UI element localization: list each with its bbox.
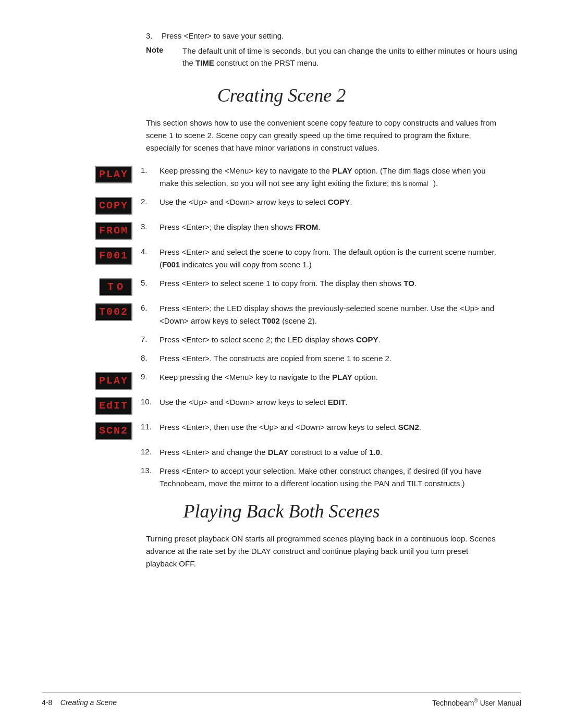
item-num: 3. bbox=[146, 31, 156, 40]
section1-title: Creating Scene 2 bbox=[42, 84, 521, 106]
step-text: Press <Enter>. The constructs are copied… bbox=[160, 352, 500, 365]
step-num: 12. bbox=[141, 446, 160, 456]
section2-intro: Turning preset playback ON starts all pr… bbox=[146, 533, 500, 570]
step-text: Press <Enter>, then use the <Up> and <Do… bbox=[160, 421, 500, 434]
step-row: 8. Press <Enter>. The constructs are cop… bbox=[83, 352, 500, 365]
step-row: 13. Press <Enter> to accept your selecti… bbox=[83, 465, 500, 490]
led-display-from: FROM bbox=[95, 222, 132, 240]
step-text: Use the <Up> and <Down> arrow keys to se… bbox=[160, 196, 500, 208]
footer-section: Creating a Scene bbox=[60, 698, 117, 707]
step-text: Press <Enter> to accept your selection. … bbox=[160, 465, 500, 490]
led-col: T002 bbox=[83, 302, 141, 321]
led-display-edit: EdIT bbox=[95, 397, 132, 415]
section1-intro: This section shows how to use the conven… bbox=[146, 117, 500, 154]
led-col: PLAY bbox=[83, 165, 141, 183]
footer-left: 4-8 Creating a Scene bbox=[42, 698, 117, 707]
item-text: Press <Enter> to save your setting. bbox=[162, 31, 284, 40]
step-num: 4. bbox=[141, 246, 160, 256]
led-display-play2: PLAY bbox=[95, 372, 132, 390]
step-row: FROM 3. Press <Enter>; the display then … bbox=[83, 221, 500, 240]
led-display-play1: PLAY bbox=[95, 166, 132, 183]
step-row: TO 5. Press <Enter> to select scene 1 to… bbox=[83, 277, 500, 296]
step-num: 13. bbox=[141, 465, 160, 475]
step-text: Press <Enter>; the LED display shows the… bbox=[160, 302, 500, 327]
step-num: 6. bbox=[141, 302, 160, 312]
step-text: Press <Enter>; the display then shows FR… bbox=[160, 221, 500, 233]
step-row: PLAY 9. Keep pressing the <Menu> key to … bbox=[83, 371, 500, 390]
step-text: Press <Enter> to select scene 1 to copy … bbox=[160, 277, 500, 290]
led-col: COPY bbox=[83, 196, 141, 215]
led-col: PLAY bbox=[83, 371, 141, 390]
step-row: PLAY 1. Keep pressing the <Menu> key to … bbox=[83, 165, 500, 190]
footer-reg: ® bbox=[474, 698, 478, 704]
step-row: SCN2 11. Press <Enter>, then use the <Up… bbox=[83, 421, 500, 440]
led-display-scn2: SCN2 bbox=[95, 422, 132, 440]
led-col: SCN2 bbox=[83, 421, 141, 440]
step-row: 12. Press <Enter> and change the DLAY co… bbox=[83, 446, 500, 459]
step-num: 11. bbox=[141, 421, 160, 431]
note-label: Note bbox=[146, 45, 172, 69]
step-text: Use the <Up> and <Down> arrow keys to se… bbox=[160, 396, 500, 409]
step-row: 7. Press <Enter> to select scene 2; the … bbox=[83, 334, 500, 346]
step-num: 5. bbox=[141, 277, 160, 287]
step-num: 9. bbox=[141, 371, 160, 381]
step-text: Keep pressing the <Menu> key to navigate… bbox=[160, 371, 500, 384]
step-num: 10. bbox=[141, 396, 160, 406]
footer-right: Technobeam® User Manual bbox=[432, 698, 521, 707]
step-text: Press <Enter> and select the scene to co… bbox=[160, 246, 500, 271]
top-list: 3. Press <Enter> to save your setting. bbox=[146, 31, 521, 40]
step-num: 8. bbox=[141, 352, 160, 362]
page: 3. Press <Enter> to save your setting. N… bbox=[0, 0, 563, 728]
step-row: F001 4. Press <Enter> and select the sce… bbox=[83, 246, 500, 271]
step-row: EdIT 10. Use the <Up> and <Down> arrow k… bbox=[83, 396, 500, 415]
led-col: F001 bbox=[83, 246, 141, 265]
led-display-copy: COPY bbox=[95, 197, 132, 215]
led-display-t002: T002 bbox=[95, 303, 132, 321]
led-display-to: TO bbox=[99, 278, 132, 296]
step-num: 1. bbox=[141, 165, 160, 175]
footer-subtitle: User Manual bbox=[480, 699, 521, 707]
footer-title: Technobeam bbox=[432, 699, 474, 707]
led-col: TO bbox=[83, 277, 141, 296]
led-col: EdIT bbox=[83, 396, 141, 415]
step-text: Press <Enter> to select scene 2; the LED… bbox=[160, 334, 500, 346]
steps-area: PLAY 1. Keep pressing the <Menu> key to … bbox=[83, 165, 500, 490]
footer-page: 4-8 bbox=[42, 698, 52, 707]
footer: 4-8 Creating a Scene Technobeam® User Ma… bbox=[42, 692, 521, 707]
note-text: The default unit of time is seconds, but… bbox=[182, 45, 521, 69]
note-block: Note The default unit of time is seconds… bbox=[146, 45, 521, 69]
step-num: 2. bbox=[141, 196, 160, 206]
step-row: T002 6. Press <Enter>; the LED display s… bbox=[83, 302, 500, 327]
section2-title: Playing Back Both Scenes bbox=[42, 500, 521, 522]
list-item: 3. Press <Enter> to save your setting. bbox=[146, 31, 521, 40]
step-row: COPY 2. Use the <Up> and <Down> arrow ke… bbox=[83, 196, 500, 215]
step-text: Keep pressing the <Menu> key to navigate… bbox=[160, 165, 500, 190]
led-display-f001: F001 bbox=[95, 247, 132, 265]
led-col: FROM bbox=[83, 221, 141, 240]
step-num: 3. bbox=[141, 221, 160, 231]
step-num: 7. bbox=[141, 334, 160, 343]
step-text: Press <Enter> and change the DLAY constr… bbox=[160, 446, 500, 459]
